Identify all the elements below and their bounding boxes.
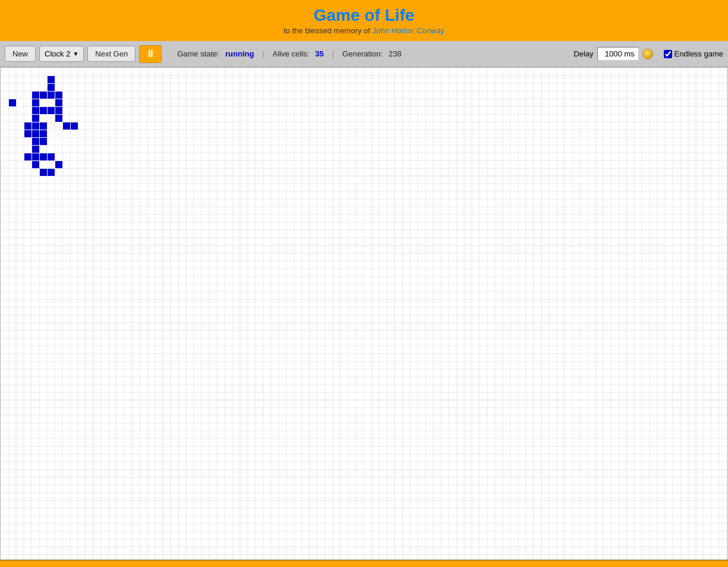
pause-button[interactable]: ⏸ <box>139 45 162 63</box>
endless-checkbox[interactable] <box>664 50 672 58</box>
title-prefix: Game of <box>314 6 385 24</box>
game-state-value: running <box>225 49 254 58</box>
delay-input[interactable] <box>597 47 639 61</box>
alive-cells-value: 35 <box>315 49 323 58</box>
generation-value: 238 <box>389 49 402 58</box>
delay-area: Delay <box>573 47 653 61</box>
endless-area: Endless game <box>664 49 723 58</box>
header: Game of Life to the blessed memory of Jo… <box>0 0 728 40</box>
subtitle: to the blessed memory of John Horton Con… <box>0 26 728 35</box>
grid-container[interactable] <box>0 67 728 560</box>
delay-label: Delay <box>573 49 593 58</box>
clock-label: Clock 2 <box>45 49 70 58</box>
alive-cells-label: Alive cells: <box>273 49 309 58</box>
life-canvas[interactable] <box>1 68 727 559</box>
subtitle-link[interactable]: John Horton Conway <box>373 26 445 35</box>
clock-dropdown[interactable]: Clock 2 ▼ <box>39 46 84 62</box>
footer <box>0 560 728 567</box>
delay-knob[interactable] <box>642 49 653 59</box>
toolbar: New Clock 2 ▼ Next Gen ⏸ Game state: run… <box>0 40 728 67</box>
generation-label: Generation: <box>342 49 383 58</box>
title-highlight: Life <box>385 6 415 24</box>
page-title: Game of Life <box>0 6 728 25</box>
status-area: Game state: running | Alive cells: 35 | … <box>177 49 570 58</box>
separator-2: | <box>332 49 334 58</box>
new-button[interactable]: New <box>5 46 36 62</box>
subtitle-prefix: to the blessed memory of <box>283 26 373 35</box>
chevron-down-icon: ▼ <box>73 51 78 57</box>
game-state-label: Game state: <box>177 49 219 58</box>
endless-label: Endless game <box>675 49 723 58</box>
next-gen-button[interactable]: Next Gen <box>87 46 135 62</box>
separator-1: | <box>262 49 264 58</box>
